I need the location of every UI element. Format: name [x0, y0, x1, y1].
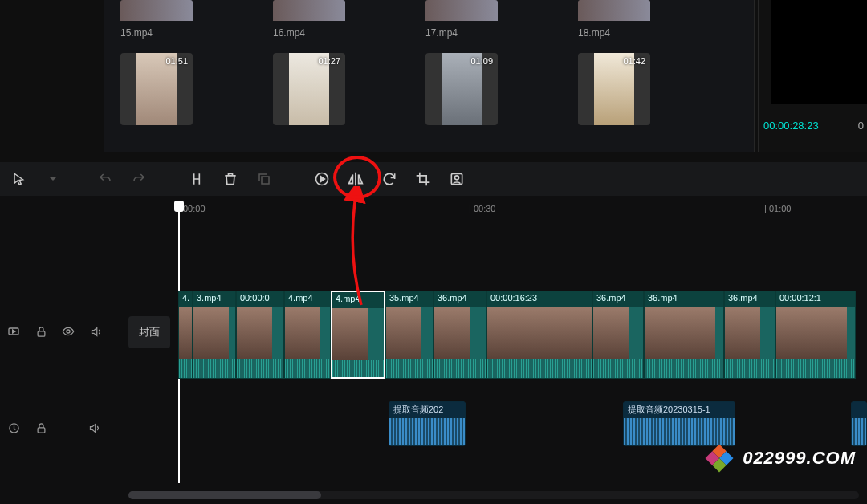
- scrollbar-horizontal[interactable]: [128, 491, 859, 499]
- thumb-partial: [273, 0, 345, 21]
- cursor-tool-button[interactable]: [6, 166, 32, 192]
- scrollbar-thumb[interactable]: [128, 491, 321, 499]
- media-label: 18.mp4: [578, 27, 650, 39]
- clip-frames: [593, 307, 643, 359]
- thumb-partial: [578, 0, 650, 21]
- svg-rect-8: [38, 427, 45, 432]
- svg-rect-0: [262, 177, 269, 184]
- clip-label: 3.mp4: [193, 291, 235, 307]
- chevron-down-icon: [49, 175, 57, 183]
- trash-icon: [222, 171, 238, 187]
- media-item[interactable]: 01:51: [120, 53, 193, 125]
- video-clip[interactable]: 4.mp4: [331, 291, 385, 379]
- record-button[interactable]: [444, 166, 470, 192]
- video-clip[interactable]: 36.mp4: [724, 291, 775, 379]
- clip-waveform: [645, 359, 723, 378]
- media-row-top: 15.mp4 16.mp4 17.mp4 18.mp4: [120, 0, 754, 24]
- media-item[interactable]: 18.mp4: [578, 0, 650, 39]
- ruler-tick: | 01:00: [764, 204, 791, 213]
- clip-frames: [237, 307, 283, 359]
- clip-label: 35.mp4: [386, 291, 433, 307]
- media-item[interactable]: 01:42: [578, 53, 650, 125]
- video-clip[interactable]: 4.: [178, 291, 193, 379]
- media-label: 15.mp4: [120, 27, 193, 39]
- split-icon: [189, 171, 205, 187]
- video-clip[interactable]: 00:00:12:1: [775, 291, 856, 379]
- media-thumb: 01:42: [578, 53, 650, 125]
- video-track-controls: [5, 323, 104, 340]
- clip-waveform: [725, 359, 775, 378]
- media-label: 17.mp4: [425, 27, 498, 39]
- video-clip[interactable]: 00:00:16:23: [486, 291, 592, 379]
- redo-button[interactable]: [126, 166, 152, 192]
- clip-waveform: [237, 359, 283, 378]
- crop-button[interactable]: [410, 166, 436, 192]
- media-item[interactable]: 16.mp4: [273, 0, 345, 39]
- audio-clip[interactable]: 提取音频20230315-1: [623, 401, 735, 446]
- media-duration: 01:09: [470, 56, 493, 66]
- video-track[interactable]: 4.3.mp400:00:04.mp44.mp435.mp436.mp400:0…: [178, 291, 856, 379]
- media-thumb: 01:51: [120, 53, 193, 125]
- thumb-partial: [425, 0, 498, 21]
- reverse-button[interactable]: [309, 166, 335, 192]
- cover-button[interactable]: 封面: [128, 316, 170, 348]
- media-panel: 15.mp4 16.mp4 17.mp4 18.mp4 01:51 01:27: [104, 0, 755, 152]
- lock-icon[interactable]: [32, 419, 50, 437]
- preview-viewport[interactable]: [771, 0, 867, 104]
- svg-point-6: [67, 330, 70, 333]
- timecode-total: 0: [858, 120, 864, 132]
- clip-waveform: [593, 359, 643, 378]
- media-item[interactable]: 17.mp4: [425, 0, 498, 39]
- clip-waveform: [487, 359, 592, 378]
- clip-frames: [645, 307, 723, 359]
- video-clip[interactable]: 4.mp4: [284, 291, 331, 379]
- clip-frames: [725, 307, 775, 359]
- clip-label: 36.mp4: [645, 291, 723, 307]
- preview-panel: 00:00:28:23 0: [758, 0, 867, 152]
- audio-track-controls: [5, 419, 103, 437]
- speaker-icon[interactable]: [85, 419, 103, 437]
- clip-waveform: [332, 360, 384, 379]
- svg-rect-5: [38, 331, 45, 335]
- rotate-icon: [381, 171, 397, 187]
- audio-clip[interactable]: [851, 401, 867, 446]
- mirror-button[interactable]: [343, 166, 368, 192]
- time-ruler[interactable]: 00:00 | 00:30 | 01:00: [178, 204, 867, 220]
- audio-clip[interactable]: 提取音频202: [389, 401, 466, 446]
- audio-clip-label: 提取音频20230315-1: [624, 402, 735, 418]
- clip-frames: [434, 307, 486, 359]
- clip-label: 00:00:0: [237, 291, 283, 307]
- audio-track-extra[interactable]: [851, 401, 867, 446]
- audio-waveform: [389, 418, 465, 445]
- media-item[interactable]: 15.mp4: [120, 0, 193, 39]
- eye-icon[interactable]: [59, 323, 77, 340]
- track-type-icon: [5, 323, 22, 340]
- video-clip[interactable]: 36.mp4: [434, 291, 486, 379]
- delete-button[interactable]: [218, 166, 243, 192]
- clip-label: 4.: [179, 291, 192, 307]
- cursor-dropdown[interactable]: [40, 166, 66, 192]
- copy-button[interactable]: [251, 166, 277, 192]
- lock-icon[interactable]: [32, 323, 50, 340]
- clip-waveform: [386, 359, 433, 378]
- video-clip[interactable]: 00:00:0: [236, 291, 284, 379]
- media-item[interactable]: 01:09: [425, 53, 498, 125]
- ruler-tick: | 00:30: [469, 204, 495, 213]
- watermark: 022999.COM: [702, 441, 856, 475]
- clip-waveform: [285, 359, 330, 378]
- media-thumb: 01:09: [425, 53, 498, 125]
- media-duration: 01:42: [623, 56, 645, 66]
- copy-icon: [257, 172, 271, 186]
- video-clip[interactable]: 3.mp4: [193, 291, 236, 379]
- rotate-button[interactable]: [377, 166, 402, 192]
- video-clip[interactable]: 36.mp4: [644, 291, 724, 379]
- speaker-icon[interactable]: [87, 323, 104, 340]
- timecode-current: 00:00:28:23: [763, 120, 819, 132]
- split-button[interactable]: [184, 166, 210, 192]
- media-duration: 01:27: [318, 56, 340, 66]
- media-item[interactable]: 01:27: [273, 53, 345, 125]
- undo-button[interactable]: [92, 166, 118, 192]
- video-clip[interactable]: 35.mp4: [385, 291, 434, 379]
- video-clip[interactable]: 36.mp4: [592, 291, 644, 379]
- cursor-icon: [12, 172, 26, 186]
